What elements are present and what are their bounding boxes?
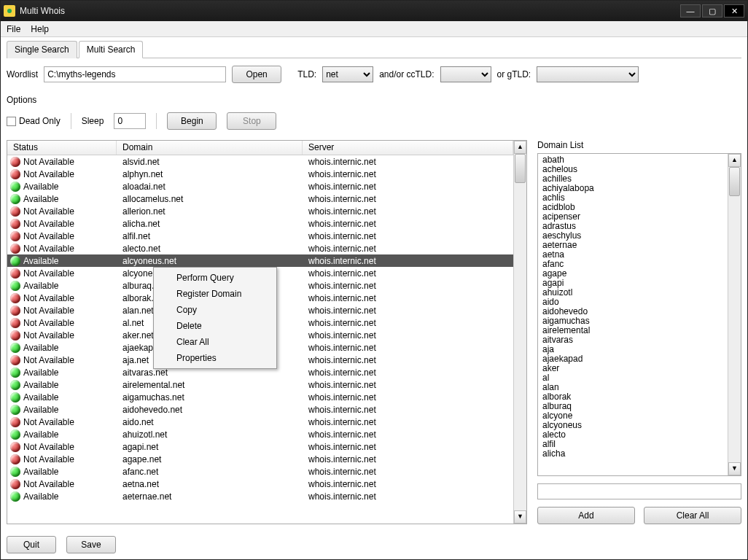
server-cell: whois.internic.net <box>303 244 513 254</box>
wordlist-row: Wordlist Open TLD: net and/or ccTLD: or … <box>7 66 741 83</box>
table-row[interactable]: Availableaigamuchas.netwhois.internic.ne… <box>7 391 513 403</box>
ctx-delete[interactable]: Delete <box>156 318 274 334</box>
domain-cell: aloadai.net <box>117 182 303 192</box>
list-item[interactable]: aker <box>542 364 723 373</box>
table-row[interactable]: Not Availablealecto.netwhois.internic.ne… <box>7 242 513 254</box>
save-button[interactable]: Save <box>66 536 116 553</box>
col-server[interactable]: Server <box>303 141 513 155</box>
tld-select[interactable]: net <box>322 66 373 82</box>
tab-multi-search[interactable]: Multi Search <box>79 41 144 58</box>
sleep-input[interactable] <box>114 113 146 129</box>
list-item[interactable]: agape <box>542 269 723 279</box>
table-row[interactable]: Availableafanc.netwhois.internic.net <box>7 465 513 478</box>
status-text: Available <box>23 405 58 415</box>
minimize-button[interactable]: — <box>680 4 701 18</box>
ctx-properties[interactable]: Properties <box>156 350 274 366</box>
menu-file[interactable]: File <box>7 24 20 34</box>
window-buttons: — ▢ ✕ <box>680 4 744 18</box>
domain-cell: allocamelus.net <box>117 194 303 204</box>
table-row[interactable]: Not Availableaido.netwhois.internic.net <box>7 416 513 428</box>
available-icon <box>10 405 20 415</box>
dead-only-checkbox[interactable]: Dead Only <box>7 116 61 126</box>
footer: Quit Save <box>1 530 747 559</box>
server-cell: whois.internic.net <box>303 392 513 402</box>
cctld-select[interactable] <box>440 66 491 82</box>
close-button[interactable]: ✕ <box>724 4 744 18</box>
begin-button[interactable]: Begin <box>167 112 217 130</box>
results-scrollbar[interactable]: ▲ ▼ <box>513 141 526 524</box>
list-item[interactable]: achiyalabopa <box>542 184 723 193</box>
status-text: Not Available <box>23 355 74 365</box>
col-status[interactable]: Status <box>7 141 117 155</box>
ctx-copy[interactable]: Copy <box>156 302 274 318</box>
list-item[interactable]: aeternae <box>542 241 723 250</box>
scroll-thumb[interactable] <box>729 167 740 196</box>
server-cell: whois.internic.net <box>303 491 513 502</box>
scroll-thumb[interactable] <box>515 154 526 183</box>
status-text: Available <box>23 281 58 291</box>
available-icon <box>10 392 20 402</box>
table-row[interactable]: Not Availableagape.netwhois.internic.net <box>7 453 513 465</box>
list-item[interactable]: alecto <box>542 430 723 440</box>
table-row[interactable]: Availablealcyoneus.netwhois.internic.net <box>7 254 513 267</box>
status-text: Not Available <box>23 417 74 427</box>
col-domain[interactable]: Domain <box>117 141 303 155</box>
maximize-button[interactable]: ▢ <box>702 4 722 18</box>
ctx-register-domain[interactable]: Register Domain <box>156 286 274 302</box>
list-item[interactable]: ahuizotl <box>542 288 723 298</box>
domain-cell: aido.net <box>117 417 303 427</box>
status-text: Not Available <box>23 306 74 316</box>
domain-cell: airelemental.net <box>117 380 303 390</box>
scroll-up-icon[interactable]: ▲ <box>514 141 526 154</box>
domain-cell: alfil.net <box>117 231 303 241</box>
table-row[interactable]: Not Availablealphyn.netwhois.internic.ne… <box>7 168 513 180</box>
not-available-icon <box>10 206 20 217</box>
status-text: Available <box>23 368 58 378</box>
table-row[interactable]: Availableahuizotl.netwhois.internic.net <box>7 428 513 440</box>
server-cell: whois.internic.net <box>303 380 513 390</box>
scroll-up-icon[interactable]: ▲ <box>728 154 741 167</box>
list-item[interactable]: aitvaras <box>542 335 723 345</box>
wordlist-input[interactable] <box>44 66 226 82</box>
list-item[interactable]: alfil <box>542 440 723 449</box>
add-button[interactable]: Add <box>537 507 635 524</box>
server-cell: whois.internic.net <box>303 194 513 204</box>
scroll-down-icon[interactable]: ▼ <box>514 510 526 524</box>
ctx-perform-query[interactable]: Perform Query <box>156 270 274 286</box>
quit-button[interactable]: Quit <box>7 536 56 553</box>
domain-list-items[interactable]: abathachelousachillesachiyalabopaachlisa… <box>538 154 728 475</box>
status-text: Not Available <box>23 244 74 254</box>
table-row[interactable]: Not Availablealicha.netwhois.internic.ne… <box>7 217 513 230</box>
table-row[interactable]: Not Availablealfil.netwhois.internic.net <box>7 230 513 242</box>
list-item[interactable]: aetna <box>542 250 723 260</box>
table-row[interactable]: Availableaidohevedo.netwhois.internic.ne… <box>7 403 513 416</box>
status-text: Not Available <box>23 454 74 464</box>
domain-add-input[interactable] <box>537 483 741 499</box>
open-button[interactable]: Open <box>232 66 281 83</box>
server-cell: whois.internic.net <box>303 219 513 229</box>
table-row[interactable]: Availableallocamelus.netwhois.internic.n… <box>7 192 513 205</box>
tab-single-search[interactable]: Single Search <box>7 41 77 58</box>
table-row[interactable]: Not Availablealsvid.netwhois.internic.ne… <box>7 155 513 168</box>
list-item[interactable]: afanc <box>542 260 723 269</box>
list-item[interactable]: alicha <box>542 449 723 459</box>
list-item[interactable]: ajaekapad <box>542 354 723 364</box>
not-available-icon <box>10 454 20 464</box>
not-available-icon <box>10 219 20 229</box>
table-row[interactable]: Availablealoadai.netwhois.internic.net <box>7 180 513 192</box>
domain-list-pane: Domain List abathachelousachillesachiyal… <box>537 140 741 524</box>
table-row[interactable]: Availableaeternae.netwhois.internic.net <box>7 490 513 502</box>
scroll-down-icon[interactable]: ▼ <box>728 462 741 475</box>
table-row[interactable]: Availableairelemental.netwhois.internic.… <box>7 378 513 391</box>
clear-all-button[interactable]: Clear All <box>644 507 741 524</box>
list-item[interactable]: al <box>542 373 723 383</box>
menu-help[interactable]: Help <box>31 24 49 34</box>
gtld-select[interactable] <box>537 66 639 82</box>
domainlist-scrollbar[interactable]: ▲ ▼ <box>728 154 741 475</box>
table-row[interactable]: Not Availableagapi.netwhois.internic.net <box>7 440 513 453</box>
table-row[interactable]: Not Availableaetna.netwhois.internic.net <box>7 478 513 490</box>
ctx-clear-all[interactable]: Clear All <box>156 334 274 350</box>
list-item[interactable]: alcyoneus <box>542 421 723 430</box>
table-row[interactable]: Not Availableallerion.netwhois.internic.… <box>7 205 513 217</box>
stop-button[interactable]: Stop <box>227 112 276 130</box>
